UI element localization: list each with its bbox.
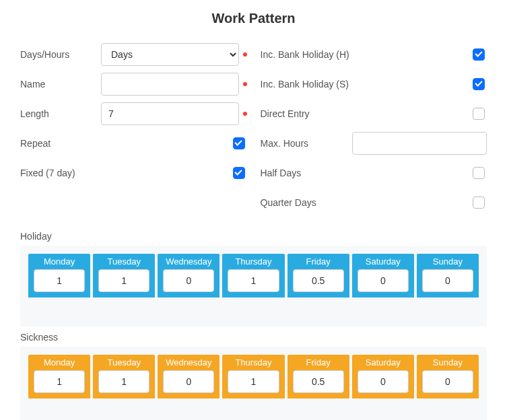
- repeat-checkbox[interactable]: [233, 137, 245, 149]
- day-name-label: Saturday: [358, 256, 409, 267]
- holiday-day-cell: Monday: [28, 254, 90, 298]
- inc-bank-holiday-s-checkbox[interactable]: [473, 78, 485, 90]
- quarter-days-label: Quarter Days: [261, 197, 471, 208]
- day-name-label: Wednesday: [163, 357, 214, 368]
- sickness-grid: MondayTuesdayWednesdayThursdayFridaySatu…: [20, 347, 487, 420]
- day-name-label: Friday: [293, 256, 344, 267]
- holiday-value-input[interactable]: [358, 269, 409, 292]
- sickness-day-cell: Friday: [288, 355, 349, 398]
- day-name-label: Tuesday: [98, 357, 149, 368]
- sickness-day-cell: Wednesday: [158, 355, 219, 398]
- holiday-value-input[interactable]: [98, 269, 149, 292]
- days-hours-label: Days/Hours: [20, 49, 101, 60]
- holiday-value-input[interactable]: [293, 269, 344, 292]
- sickness-value-input[interactable]: [293, 370, 344, 393]
- length-input[interactable]: [101, 102, 239, 125]
- holiday-day-cell: Friday: [288, 254, 349, 298]
- required-dot: [243, 82, 247, 86]
- holiday-value-input[interactable]: [163, 269, 214, 292]
- repeat-label: Repeat: [20, 138, 220, 149]
- day-name-label: Wednesday: [163, 256, 214, 267]
- sickness-value-input[interactable]: [34, 370, 85, 393]
- days-hours-select[interactable]: Days: [101, 43, 239, 66]
- day-name-label: Tuesday: [98, 256, 149, 267]
- required-dot: [243, 112, 247, 116]
- inc-bank-holiday-h-checkbox[interactable]: [473, 48, 485, 61]
- holiday-value-input[interactable]: [34, 269, 85, 292]
- day-name-label: Saturday: [358, 357, 409, 368]
- fixed-label: Fixed (7 day): [20, 168, 220, 178]
- max-hours-input[interactable]: [352, 132, 487, 155]
- holiday-day-cell: Sunday: [417, 254, 479, 298]
- day-name-label: Sunday: [422, 357, 473, 368]
- length-label: Length: [20, 108, 101, 119]
- fixed-checkbox[interactable]: [233, 167, 245, 179]
- sickness-day-cell: Sunday: [417, 355, 479, 398]
- quarter-days-checkbox[interactable]: [473, 197, 485, 209]
- holiday-day-cell: Thursday: [222, 254, 284, 298]
- holiday-value-input[interactable]: [228, 269, 279, 292]
- holiday-day-cell: Saturday: [352, 254, 414, 298]
- sickness-section-label: Sickness: [20, 332, 487, 343]
- page-title: Work Pattern: [20, 11, 487, 26]
- sickness-day-cell: Saturday: [352, 355, 414, 398]
- sickness-day-cell: Monday: [28, 355, 90, 398]
- holiday-value-input[interactable]: [422, 269, 473, 292]
- holiday-day-cell: Tuesday: [93, 254, 155, 298]
- sickness-value-input[interactable]: [422, 370, 473, 393]
- day-name-label: Friday: [293, 357, 344, 368]
- day-name-label: Monday: [34, 256, 85, 267]
- day-name-label: Thursday: [228, 357, 279, 368]
- half-days-checkbox[interactable]: [473, 167, 485, 179]
- sickness-value-input[interactable]: [358, 370, 409, 393]
- direct-entry-label: Direct Entry: [261, 108, 471, 119]
- sickness-value-input[interactable]: [98, 370, 149, 393]
- name-input[interactable]: [101, 73, 239, 96]
- holiday-day-cell: Wednesday: [158, 254, 219, 298]
- max-hours-label: Max. Hours: [261, 138, 309, 149]
- inc-bank-holiday-h-label: Inc. Bank Holiday (H): [261, 49, 471, 60]
- inc-bank-holiday-s-label: Inc. Bank Holiday (S): [261, 79, 471, 90]
- day-name-label: Monday: [34, 357, 85, 368]
- day-name-label: Thursday: [228, 256, 279, 267]
- sickness-value-input[interactable]: [163, 370, 214, 393]
- sickness-day-cell: Tuesday: [93, 355, 155, 398]
- holiday-grid: MondayTuesdayWednesdayThursdayFridaySatu…: [20, 246, 487, 326]
- half-days-label: Half Days: [261, 168, 471, 178]
- direct-entry-checkbox[interactable]: [473, 108, 485, 120]
- day-name-label: Sunday: [422, 256, 473, 267]
- sickness-day-cell: Thursday: [222, 355, 284, 398]
- name-label: Name: [20, 79, 101, 90]
- required-dot: [243, 53, 247, 57]
- holiday-section-label: Holiday: [20, 231, 487, 242]
- sickness-value-input[interactable]: [228, 370, 279, 393]
